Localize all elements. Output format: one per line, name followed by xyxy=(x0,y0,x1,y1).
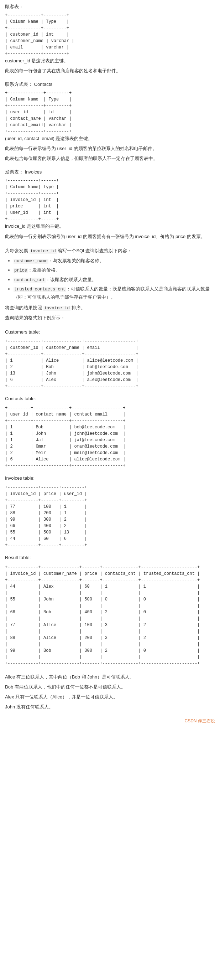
result-table-header: Result table: xyxy=(5,554,215,562)
invoices-desc1: invoice_id 是这张表的主键。 xyxy=(5,223,215,230)
contacts-example-table: +---------+--------------+--------------… xyxy=(5,405,215,469)
invoices-schema-table: +------------+------+ | Column Name| Typ… xyxy=(5,177,215,223)
bullet-contacts-cnt: contacts_cnt：该顾客的联系人数量。 xyxy=(14,276,215,284)
customers-section: 顾客表： +-------------+---------+ | Column … xyxy=(5,3,215,75)
note3: Alex 只有一位联系人（Alice），并是一位可信联系人。 xyxy=(5,693,215,701)
customer-name-code: customer_name xyxy=(14,259,48,264)
sort-invoice-id-code: invoice_id xyxy=(43,306,71,311)
author-label: CSDN @三石说 xyxy=(5,718,215,724)
customers-example-table: +-------------+---------------+---------… xyxy=(5,338,215,390)
invoices-label: 发票表： Invoices xyxy=(5,169,42,175)
contacts-section-title: 联系方式表： Contacts xyxy=(5,81,215,88)
customers-label: 顾客表： xyxy=(5,4,24,9)
bullet-customer-name: customer_name：与发票相关的顾客名称。 xyxy=(14,257,215,265)
bullet-trusted-contacts-cnt: trusted_contacts_cnt：可信联系人的数量；既是该顾客的联系人又… xyxy=(14,285,215,301)
invoices-section-title: 发票表： Invoices xyxy=(5,169,215,175)
trusted-contacts-cnt-code: trusted_contacts_cnt xyxy=(14,287,66,292)
invoices-example-table: +------------+-------+---------+ | invoi… xyxy=(5,484,215,549)
result-example-table: +------------+---------------+-------+--… xyxy=(5,564,215,667)
customers-section-title: 顾客表： xyxy=(5,3,215,10)
contacts-label: 联系方式表： Contacts xyxy=(5,82,52,87)
author-section: CSDN @三石说 xyxy=(5,718,215,724)
contacts-desc3: 此表包含每位顾客的联系人信息，但顾客的联系人不一定存在于顾客表中。 xyxy=(5,155,215,162)
task-bullets: customer_name：与发票相关的顾客名称。 price：发票的价格。 c… xyxy=(14,257,215,301)
contacts-table-header: Contacts table: xyxy=(5,395,215,403)
sort-text: 将查询的结果按照 invoice_id 排序。 xyxy=(5,304,215,312)
bullet-price: price：发票的价格。 xyxy=(14,266,215,274)
invoices-section: 发票表： Invoices +------------+------+ | Co… xyxy=(5,169,215,240)
note1: Alice 有三位联系人，其中两位（Bob 和 John）是可信联系人。 xyxy=(5,673,215,681)
customers-table-header: Customers table: xyxy=(5,328,215,336)
contacts-desc2: 此表的每一行表示编号为 user_id 的顾客的某位联系人的姓名和电子邮件。 xyxy=(5,145,215,153)
invoice-id-code: invoice_id xyxy=(30,249,57,254)
invoices-desc2: 此表的每一行分别表示编号为 user_id 的顾客拥有有一张编号为 invoic… xyxy=(5,233,215,240)
price-code: price xyxy=(14,268,28,273)
customers-schema-table: +-------------+---------+ | Column Name … xyxy=(5,12,215,57)
contacts-desc1: (user_id, contact_email) 是这张表的主键。 xyxy=(5,135,215,143)
note2: Bob 有两位联系人，他们中的任何一位都不是可信联系人。 xyxy=(5,683,215,691)
customers-desc1: customer_id 是这张表的主键。 xyxy=(5,57,215,65)
note4: John 没有任何联系人。 xyxy=(5,703,215,711)
contacts-section: 联系方式表： Contacts +--------------+--------… xyxy=(5,81,215,162)
task-intro: 为每张发票 invoice_id 编写一个SQL查询以查找以下内容： xyxy=(5,247,215,255)
notes-section: Alice 有三位联系人，其中两位（Bob 和 John）是可信联系人。 Bob… xyxy=(5,673,215,711)
contacts-schema-table: +--------------+---------+ | Column Name… xyxy=(5,90,215,135)
contacts-cnt-code: contacts_cnt xyxy=(14,278,46,283)
example-section: Customers table: +-------------+--------… xyxy=(5,328,215,667)
invoices-table-header: Invoices table: xyxy=(5,474,215,482)
task-section: 为每张发票 invoice_id 编写一个SQL查询以查找以下内容： custo… xyxy=(5,247,215,322)
customers-desc2: 此表的每一行包含了某在线商店顾客的姓名和电子邮件。 xyxy=(5,67,215,75)
format-intro: 查询结果的格式如下例所示： xyxy=(5,314,215,322)
